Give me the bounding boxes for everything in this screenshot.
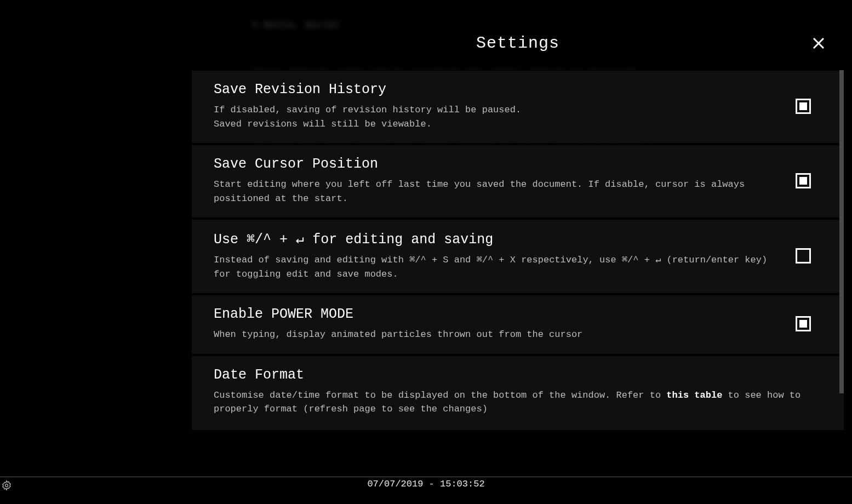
- checkbox-save-cursor-position[interactable]: [796, 173, 811, 188]
- setting-save-revision-history: Save Revision History If disabled, savin…: [192, 70, 844, 144]
- checkbox-save-revision-history[interactable]: [796, 99, 811, 114]
- setting-description: Start editing where you left off last ti…: [214, 177, 785, 205]
- setting-title: Save Revision History: [214, 82, 785, 98]
- setting-title: Enable POWER MODE: [214, 306, 785, 322]
- gear-icon: [1, 480, 12, 491]
- close-icon: [812, 37, 825, 50]
- table-reference-link[interactable]: this table: [666, 390, 722, 400]
- modal-title: Settings: [476, 34, 559, 53]
- scrollbar-thumb[interactable]: [839, 70, 844, 393]
- setting-description: If disabled, saving of revision history …: [214, 103, 785, 131]
- modal-body: Save Revision History If disabled, savin…: [192, 70, 844, 430]
- status-bar: 07/07/2019 - 15:03:52: [0, 477, 852, 491]
- setting-cmd-enter: Use ⌘/^ + ↵ for editing and saving Inste…: [192, 219, 844, 294]
- status-datetime: 07/07/2019 - 15:03:52: [367, 479, 484, 489]
- svg-point-2: [5, 484, 8, 487]
- settings-gear-button[interactable]: [1, 480, 13, 492]
- modal-header: Settings: [192, 16, 844, 70]
- setting-title: Date Format: [214, 367, 811, 383]
- checkbox-power-mode[interactable]: [796, 316, 811, 331]
- checkbox-cmd-enter[interactable]: [796, 248, 811, 264]
- setting-date-format: Date Format Customise date/time format t…: [192, 356, 844, 431]
- setting-title: Use ⌘/^ + ↵ for editing and saving: [214, 231, 785, 248]
- setting-description: When typing, display animated particles …: [214, 328, 785, 342]
- setting-title: Save Cursor Position: [214, 156, 785, 172]
- setting-description: Instead of saving and editing with ⌘/^ +…: [214, 253, 785, 281]
- scrollbar-track[interactable]: [839, 70, 844, 430]
- setting-description: Customise date/time format to be display…: [214, 388, 811, 416]
- desc-text-pre: Customise date/time format to be display…: [214, 390, 666, 400]
- settings-modal: Settings Save Revision History If disabl…: [192, 16, 844, 430]
- setting-power-mode: Enable POWER MODE When typing, display a…: [192, 295, 844, 354]
- setting-save-cursor-position: Save Cursor Position Start editing where…: [192, 145, 844, 218]
- close-button[interactable]: [811, 36, 826, 51]
